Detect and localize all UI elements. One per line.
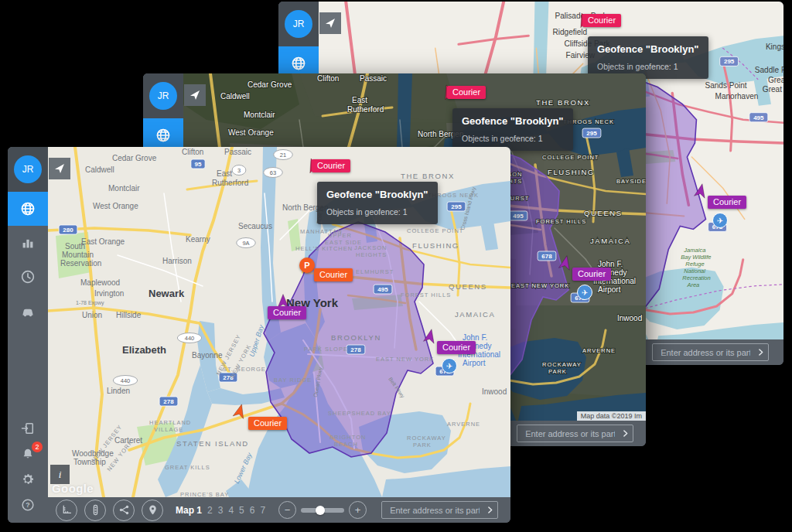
map-label: Montclair [244, 111, 275, 119]
map-label: Passaic [224, 148, 251, 156]
avatar[interactable]: JR [285, 10, 312, 38]
zoom-slider-knob[interactable] [316, 506, 325, 515]
sidebar-item-help[interactable]: ? [20, 496, 36, 513]
courier-label-chip[interactable]: Courier [708, 196, 746, 209]
map-label: ROCKAWAY [407, 435, 446, 442]
address-search [381, 501, 498, 519]
map-attribution: Map data ©2019 Im [577, 411, 646, 421]
svg-text:495: 495 [753, 114, 764, 121]
address-search [517, 425, 633, 442]
map-label: BAY RIDGE [274, 377, 312, 384]
map-label: Passaic [360, 74, 387, 83]
map-label: Recreation [682, 275, 710, 281]
address-input[interactable] [659, 347, 752, 358]
svg-text:278: 278 [350, 346, 361, 353]
map-label: FOREST HILLS [536, 218, 586, 225]
traffic-button[interactable] [84, 500, 106, 521]
airport-poi-marker[interactable]: ✈ [577, 285, 592, 300]
geofence-tooltip: Geofence "Brooklyn"Objects in geofence: … [317, 182, 438, 224]
address-submit-button[interactable] [756, 347, 766, 357]
map-label: Union [82, 311, 102, 319]
map-tab-7[interactable]: 7 [260, 505, 265, 516]
address-input[interactable] [388, 505, 481, 516]
sidebar-item-reports[interactable] [8, 226, 48, 260]
airport-poi-marker[interactable]: ✈ [442, 358, 457, 373]
map-label: FLUSHING [548, 168, 595, 176]
map-label: West Orange [93, 202, 138, 210]
courier-label-chip[interactable]: Courier [572, 268, 611, 281]
address-submit-button[interactable] [485, 505, 495, 515]
courier-label-chip[interactable]: Courier [582, 14, 621, 27]
airport-poi-marker[interactable]: ✈ [712, 213, 728, 228]
sidebar-header: JR [143, 73, 183, 118]
sidebar-item-settings[interactable] [20, 471, 36, 488]
map-label: HEIGHTS [356, 251, 387, 258]
map-label: EAST NEW YORK [376, 356, 434, 363]
map-tab-4[interactable]: 4 [228, 505, 234, 516]
sidebar-bottom: 2? [8, 414, 48, 523]
sidebar-item-exit[interactable] [20, 420, 36, 437]
courier-label-chip[interactable]: Courier [314, 268, 353, 281]
map-label: STATEN ISLAND [176, 439, 249, 448]
share-button[interactable] [113, 500, 135, 521]
zoom-slider[interactable] [301, 508, 344, 513]
map-label: BROOKLYN [331, 333, 381, 342]
map-canvas-google[interactable]: 28095213639A495295278278278678440440Ceda… [48, 147, 510, 497]
map-tab-5[interactable]: 5 [239, 505, 244, 516]
map-label: Cedar Grove [248, 80, 292, 89]
svg-text:21: 21 [280, 152, 286, 159]
svg-text:295: 295 [724, 58, 735, 65]
svg-text:440: 440 [185, 335, 195, 342]
follow-map-button[interactable] [184, 84, 206, 106]
courier-label-chip[interactable]: Courier [248, 417, 287, 430]
courier-label-chip[interactable]: Courier [447, 86, 486, 99]
sidebar-item-history[interactable] [8, 260, 48, 294]
zoom-in-button[interactable]: + [349, 501, 367, 519]
svg-text:9A: 9A [242, 240, 249, 247]
sidebar-item-notifications[interactable]: 2 [20, 445, 36, 462]
address-submit-button[interactable] [620, 428, 630, 438]
map-label: Great Neck [768, 76, 783, 84]
map-tab-6[interactable]: 6 [250, 505, 255, 516]
sidebar-front: JR2? [8, 147, 48, 523]
follow-map-button[interactable] [49, 158, 70, 179]
svg-text:495: 495 [513, 213, 524, 220]
courier-arrow-marker[interactable] [230, 402, 249, 421]
courier-label-chip[interactable]: Courier [437, 341, 476, 354]
map-tab-2[interactable]: 2 [207, 505, 213, 516]
measure-button[interactable] [56, 500, 77, 521]
map-toolbar-front: Map 1234567−+ [48, 497, 510, 523]
sidebar-item-fleet[interactable] [8, 294, 48, 328]
map-area-front[interactable]: 28095213639A495295278278278678440440Ceda… [48, 147, 510, 497]
zoom-control: −+ [278, 501, 367, 519]
map-label: Jamaica [683, 247, 705, 254]
map-tab-active[interactable]: Map 1 [176, 505, 202, 516]
map-label: Inwood [482, 387, 507, 396]
geofence-tooltip: Geofence "Brooklyn"Objects in geofence: … [588, 36, 708, 79]
avatar[interactable]: JR [14, 155, 42, 183]
map-label: JAMAICA [455, 310, 495, 319]
map-label: COLLEGE POINT [407, 227, 463, 234]
places-button[interactable] [142, 500, 163, 521]
courier-label-chip[interactable]: Courier [268, 306, 306, 319]
parking-status-marker[interactable]: P [299, 257, 315, 273]
gear-icon [20, 472, 36, 487]
address-input[interactable] [524, 428, 616, 439]
map-label: THE BRONX [401, 172, 455, 180]
sidebar-item-map[interactable] [8, 192, 48, 226]
zoom-out-button[interactable]: − [278, 501, 296, 519]
chevron-right-icon [756, 347, 766, 357]
geofence-tooltip-subtitle: Objects in geofence: 1 [597, 62, 699, 71]
map-info-button[interactable]: i [50, 465, 70, 484]
avatar[interactable]: JR [149, 82, 177, 110]
map-label: FLUSHING [412, 241, 459, 250]
map-tab-3[interactable]: 3 [218, 505, 224, 516]
clock-icon [19, 268, 36, 285]
follow-map-button[interactable] [319, 12, 341, 34]
courier-label-chip[interactable]: Courier [312, 159, 350, 172]
map-label: Elizabeth [122, 344, 166, 356]
sidebar-header: JR [278, 2, 319, 46]
svg-text:63: 63 [270, 169, 276, 176]
map-label: Inwood [617, 314, 642, 322]
svg-text:3: 3 [237, 167, 241, 174]
